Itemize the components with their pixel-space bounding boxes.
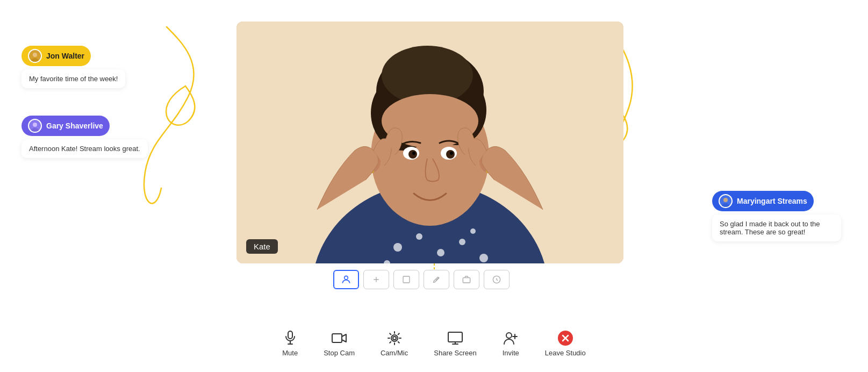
icon-btn-2[interactable] <box>393 270 419 289</box>
leave-icon-bg <box>558 331 573 346</box>
jon-name: Jon Walter <box>46 52 84 60</box>
video-person-svg <box>236 22 623 263</box>
svg-point-7 <box>479 254 488 262</box>
cam-mic-label: Cam/Mic <box>381 349 408 357</box>
svg-point-3 <box>393 243 402 252</box>
person-add-icon <box>503 331 518 346</box>
share-screen-label: Share Screen <box>434 349 477 357</box>
svg-point-21 <box>412 152 415 155</box>
mary-message: So glad I made it back out to the stream… <box>712 214 841 241</box>
monitor-icon <box>448 331 463 346</box>
chat-bubble-mary: Maryingart Streams So glad I made it bac… <box>712 191 841 241</box>
icon-btn-1[interactable] <box>363 270 389 289</box>
svg-point-4 <box>416 233 422 240</box>
invite-button[interactable]: Invite <box>503 331 519 357</box>
jon-message: My favorite time of the week! <box>21 69 125 88</box>
svg-point-9 <box>470 228 476 234</box>
icon-toolbar <box>333 270 510 289</box>
settings-icon <box>387 331 402 346</box>
svg-point-51 <box>723 198 728 202</box>
svg-point-6 <box>459 239 465 245</box>
svg-rect-34 <box>332 334 342 342</box>
chat-bubble-gary: Gary Shaverlive Afternoon Kate! Stream l… <box>21 116 148 158</box>
video-container: Kate <box>236 22 623 263</box>
svg-rect-36 <box>448 332 462 342</box>
mary-avatar <box>719 194 733 208</box>
mic-icon <box>283 331 298 346</box>
jon-avatar <box>28 49 42 63</box>
icon-btn-3[interactable] <box>424 270 449 289</box>
gary-avatar <box>28 119 42 133</box>
leave-icon <box>558 331 573 346</box>
gary-name: Gary Shaverlive <box>46 121 103 130</box>
stop-cam-button[interactable]: Stop Cam <box>324 331 355 357</box>
stop-cam-label: Stop Cam <box>324 349 355 357</box>
gary-message: Afternoon Kate! Stream looks great. <box>21 139 148 158</box>
svg-point-35 <box>393 337 396 340</box>
svg-point-22 <box>450 152 453 155</box>
chat-bubble-jon: Jon Walter My favorite time of the week! <box>21 46 125 88</box>
svg-rect-31 <box>288 331 292 339</box>
person-icon-btn[interactable] <box>333 270 359 289</box>
invite-label: Invite <box>503 349 519 357</box>
video-feed <box>236 22 623 263</box>
mute-label: Mute <box>282 349 298 357</box>
mute-button[interactable]: Mute <box>282 331 298 357</box>
svg-point-39 <box>506 333 512 338</box>
svg-point-5 <box>437 249 444 256</box>
share-screen-button[interactable]: Share Screen <box>434 331 477 357</box>
video-name-badge: Kate <box>246 239 278 254</box>
leave-studio-label: Leave Studio <box>545 349 586 357</box>
mary-name: Maryingart Streams <box>737 197 807 205</box>
camera-icon <box>332 331 347 346</box>
icon-btn-4[interactable] <box>454 270 479 289</box>
cam-mic-button[interactable]: Cam/Mic <box>381 331 408 357</box>
svg-rect-29 <box>463 278 470 283</box>
leave-studio-button[interactable]: Leave Studio <box>545 331 586 357</box>
svg-point-45 <box>33 53 37 57</box>
svg-point-48 <box>33 123 37 127</box>
svg-rect-28 <box>403 276 410 283</box>
svg-point-27 <box>345 276 348 280</box>
bottom-toolbar: Mute Stop Cam Cam/Mic <box>0 331 868 357</box>
icon-btn-5[interactable] <box>484 270 510 289</box>
